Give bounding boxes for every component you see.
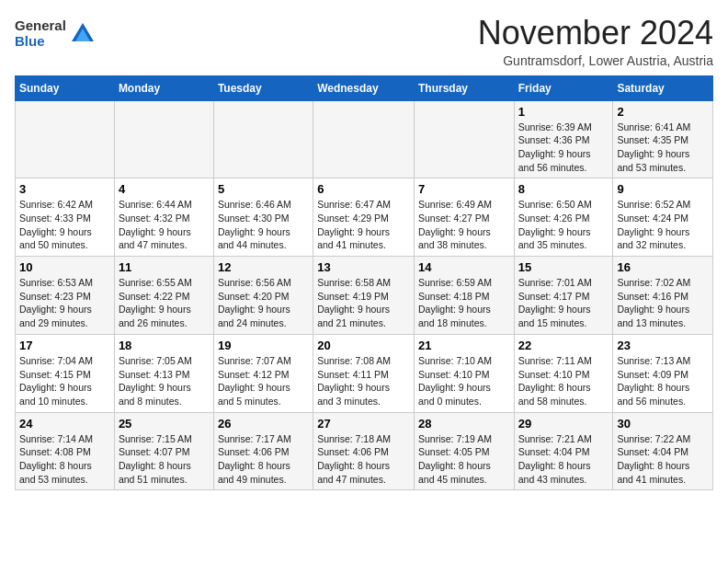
weekday-header: Wednesday: [313, 75, 415, 100]
day-info: Sunrise: 7:02 AM Sunset: 4:16 PM Dayligh…: [617, 276, 709, 330]
day-number: 23: [617, 339, 709, 352]
weekday-header: Friday: [514, 75, 613, 100]
day-info: Sunrise: 6:46 AM Sunset: 4:30 PM Dayligh…: [218, 198, 309, 252]
day-info: Sunrise: 6:55 AM Sunset: 4:22 PM Dayligh…: [119, 276, 210, 330]
calendar-cell: 26Sunrise: 7:17 AM Sunset: 4:06 PM Dayli…: [213, 412, 313, 490]
day-number: 4: [119, 182, 210, 196]
calendar-cell: 9Sunrise: 6:52 AM Sunset: 4:24 PM Daylig…: [613, 178, 713, 257]
calendar-cell: 5Sunrise: 6:46 AM Sunset: 4:30 PM Daylig…: [213, 178, 313, 257]
day-info: Sunrise: 6:59 AM Sunset: 4:18 PM Dayligh…: [418, 276, 510, 330]
calendar-cell: [313, 100, 415, 178]
day-number: 24: [19, 417, 110, 431]
day-info: Sunrise: 6:52 AM Sunset: 4:24 PM Dayligh…: [617, 198, 709, 252]
calendar-cell: 12Sunrise: 6:56 AM Sunset: 4:20 PM Dayli…: [213, 257, 313, 335]
logo-icon: [70, 21, 96, 47]
logo: General Blue: [15, 18, 96, 49]
day-info: Sunrise: 7:18 AM Sunset: 4:06 PM Dayligh…: [317, 432, 410, 487]
day-info: Sunrise: 7:01 AM Sunset: 4:17 PM Dayligh…: [518, 276, 609, 330]
calendar-cell: 25Sunrise: 7:15 AM Sunset: 4:07 PM Dayli…: [114, 412, 213, 490]
calendar-cell: 27Sunrise: 7:18 AM Sunset: 4:06 PM Dayli…: [313, 412, 415, 490]
calendar-cell: 6Sunrise: 6:47 AM Sunset: 4:29 PM Daylig…: [313, 178, 415, 257]
day-number: 12: [218, 260, 309, 274]
day-number: 14: [418, 260, 510, 274]
day-number: 5: [218, 182, 309, 196]
calendar-cell: 21Sunrise: 7:10 AM Sunset: 4:10 PM Dayli…: [414, 334, 514, 412]
calendar-cell: [114, 100, 213, 178]
calendar-cell: 18Sunrise: 7:05 AM Sunset: 4:13 PM Dayli…: [114, 334, 213, 412]
calendar-cell: 15Sunrise: 7:01 AM Sunset: 4:17 PM Dayli…: [514, 257, 613, 335]
day-info: Sunrise: 6:49 AM Sunset: 4:27 PM Dayligh…: [418, 198, 510, 252]
calendar-cell: 11Sunrise: 6:55 AM Sunset: 4:22 PM Dayli…: [114, 257, 213, 335]
calendar-cell: 24Sunrise: 7:14 AM Sunset: 4:08 PM Dayli…: [16, 412, 115, 490]
day-number: 2: [617, 105, 709, 119]
day-number: 9: [617, 182, 709, 196]
day-info: Sunrise: 7:17 AM Sunset: 4:06 PM Dayligh…: [218, 432, 309, 487]
subtitle: Guntramsdorf, Lower Austria, Austria: [478, 53, 713, 68]
day-info: Sunrise: 7:04 AM Sunset: 4:15 PM Dayligh…: [19, 354, 110, 408]
weekday-header: Monday: [114, 75, 213, 100]
weekday-header: Thursday: [414, 75, 514, 100]
day-info: Sunrise: 6:47 AM Sunset: 4:29 PM Dayligh…: [317, 198, 410, 252]
day-number: 13: [317, 260, 410, 274]
day-info: Sunrise: 6:44 AM Sunset: 4:32 PM Dayligh…: [119, 198, 210, 252]
logo-general: General: [15, 18, 66, 34]
calendar-cell: 7Sunrise: 6:49 AM Sunset: 4:27 PM Daylig…: [414, 178, 514, 257]
calendar-cell: 16Sunrise: 7:02 AM Sunset: 4:16 PM Dayli…: [613, 257, 713, 335]
day-info: Sunrise: 6:41 AM Sunset: 4:35 PM Dayligh…: [617, 121, 709, 175]
day-number: 1: [518, 105, 609, 119]
calendar-cell: 23Sunrise: 7:13 AM Sunset: 4:09 PM Dayli…: [613, 334, 713, 412]
calendar-cell: 2Sunrise: 6:41 AM Sunset: 4:35 PM Daylig…: [613, 100, 713, 178]
calendar-week-row: 17Sunrise: 7:04 AM Sunset: 4:15 PM Dayli…: [16, 334, 713, 412]
calendar-cell: 19Sunrise: 7:07 AM Sunset: 4:12 PM Dayli…: [213, 334, 313, 412]
day-info: Sunrise: 6:58 AM Sunset: 4:19 PM Dayligh…: [317, 276, 410, 330]
day-number: 27: [317, 417, 410, 431]
calendar-cell: 29Sunrise: 7:21 AM Sunset: 4:04 PM Dayli…: [514, 412, 613, 490]
day-info: Sunrise: 7:05 AM Sunset: 4:13 PM Dayligh…: [119, 354, 210, 408]
weekday-header: Tuesday: [213, 75, 313, 100]
day-number: 28: [418, 417, 510, 431]
calendar-cell: 20Sunrise: 7:08 AM Sunset: 4:11 PM Dayli…: [313, 334, 415, 412]
day-info: Sunrise: 7:14 AM Sunset: 4:08 PM Dayligh…: [19, 432, 110, 487]
calendar-cell: [414, 100, 514, 178]
day-info: Sunrise: 7:10 AM Sunset: 4:10 PM Dayligh…: [418, 354, 510, 408]
calendar-cell: 10Sunrise: 6:53 AM Sunset: 4:23 PM Dayli…: [16, 257, 115, 335]
calendar-cell: 14Sunrise: 6:59 AM Sunset: 4:18 PM Dayli…: [414, 257, 514, 335]
day-info: Sunrise: 7:07 AM Sunset: 4:12 PM Dayligh…: [218, 354, 309, 408]
day-number: 19: [218, 339, 309, 352]
header: General Blue November 2024 Guntramsdorf,…: [15, 15, 713, 68]
day-number: 7: [418, 182, 510, 196]
calendar-week-row: 1Sunrise: 6:39 AM Sunset: 4:36 PM Daylig…: [16, 100, 713, 178]
calendar-week-row: 3Sunrise: 6:42 AM Sunset: 4:33 PM Daylig…: [16, 178, 713, 257]
day-number: 29: [518, 417, 609, 431]
calendar-cell: 13Sunrise: 6:58 AM Sunset: 4:19 PM Dayli…: [313, 257, 415, 335]
day-number: 30: [617, 417, 709, 431]
day-number: 3: [19, 182, 110, 196]
calendar-cell: 22Sunrise: 7:11 AM Sunset: 4:10 PM Dayli…: [514, 334, 613, 412]
calendar-cell: [16, 100, 115, 178]
calendar-week-row: 24Sunrise: 7:14 AM Sunset: 4:08 PM Dayli…: [16, 412, 713, 490]
day-info: Sunrise: 7:08 AM Sunset: 4:11 PM Dayligh…: [317, 354, 410, 408]
calendar-cell: 1Sunrise: 6:39 AM Sunset: 4:36 PM Daylig…: [514, 100, 613, 178]
day-number: 20: [317, 339, 410, 352]
calendar: SundayMondayTuesdayWednesdayThursdayFrid…: [15, 75, 713, 491]
day-number: 17: [19, 339, 110, 352]
calendar-cell: 4Sunrise: 6:44 AM Sunset: 4:32 PM Daylig…: [114, 178, 213, 257]
day-number: 8: [518, 182, 609, 196]
calendar-cell: 8Sunrise: 6:50 AM Sunset: 4:26 PM Daylig…: [514, 178, 613, 257]
weekday-header: Saturday: [613, 75, 713, 100]
day-info: Sunrise: 7:19 AM Sunset: 4:05 PM Dayligh…: [418, 432, 510, 487]
day-info: Sunrise: 6:39 AM Sunset: 4:36 PM Dayligh…: [518, 121, 609, 175]
day-info: Sunrise: 7:11 AM Sunset: 4:10 PM Dayligh…: [518, 354, 609, 408]
calendar-cell: 17Sunrise: 7:04 AM Sunset: 4:15 PM Dayli…: [16, 334, 115, 412]
day-info: Sunrise: 6:42 AM Sunset: 4:33 PM Dayligh…: [19, 198, 110, 252]
day-info: Sunrise: 6:53 AM Sunset: 4:23 PM Dayligh…: [19, 276, 110, 330]
day-number: 25: [119, 417, 210, 431]
calendar-cell: 3Sunrise: 6:42 AM Sunset: 4:33 PM Daylig…: [16, 178, 115, 257]
day-info: Sunrise: 7:13 AM Sunset: 4:09 PM Dayligh…: [617, 354, 709, 408]
calendar-week-row: 10Sunrise: 6:53 AM Sunset: 4:23 PM Dayli…: [16, 257, 713, 335]
day-number: 10: [19, 260, 110, 274]
day-info: Sunrise: 7:15 AM Sunset: 4:07 PM Dayligh…: [119, 432, 210, 487]
weekday-header: Sunday: [16, 75, 115, 100]
day-info: Sunrise: 6:50 AM Sunset: 4:26 PM Dayligh…: [518, 198, 609, 252]
day-number: 16: [617, 260, 709, 274]
